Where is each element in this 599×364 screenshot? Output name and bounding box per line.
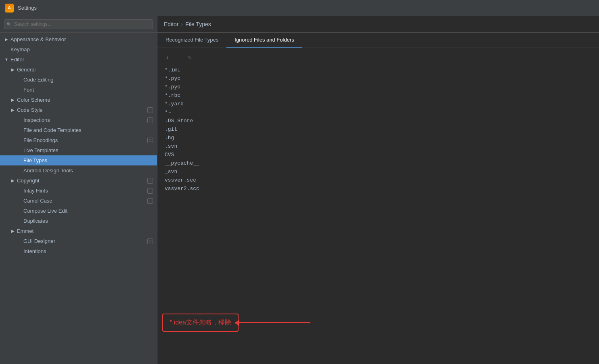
badge-copyright: □ xyxy=(147,178,153,184)
sidebar-label-font: Font xyxy=(23,87,34,93)
sidebar-label-inspections: Inspections xyxy=(23,117,50,123)
sidebar-label-code-editing: Code Editing xyxy=(23,77,53,83)
badge-file-encodings: □ xyxy=(147,138,153,143)
file-list-item[interactable]: *.rbc xyxy=(162,91,594,100)
sidebar-item-emmet[interactable]: Emmet xyxy=(0,226,157,236)
badge-gui-designer: □ xyxy=(147,238,153,244)
badge-inlay-hints: □ xyxy=(147,188,153,194)
sidebar-label-code-style: Code Style xyxy=(17,107,43,113)
chevron-editor xyxy=(4,57,9,62)
file-list-item[interactable]: *.pyc xyxy=(162,74,594,83)
sidebar-item-editor[interactable]: Editor xyxy=(0,54,157,65)
tab-ignored[interactable]: Ignored Files and Folders xyxy=(226,33,302,48)
sidebar-item-compose-live-edit[interactable]: Compose Live Edit xyxy=(0,206,157,216)
file-list-item[interactable]: *.yarb xyxy=(162,100,594,108)
sidebar-item-file-encodings[interactable]: File Encodings□ xyxy=(0,135,157,145)
sidebar-item-file-code-templates[interactable]: File and Code Templates xyxy=(0,125,157,135)
sidebar-label-intentions: Intentions xyxy=(23,248,46,254)
sidebar-item-intentions[interactable]: Intentions xyxy=(0,246,157,256)
sidebar-label-duplicates: Duplicates xyxy=(23,218,48,224)
file-list-item[interactable]: __pycache__ xyxy=(162,159,594,167)
badge-inspections: □ xyxy=(147,117,153,123)
sidebar-label-file-types: File Types xyxy=(23,157,47,163)
sidebar-label-file-encodings: File Encodings xyxy=(23,137,58,143)
file-list-item[interactable]: vssver2.scc xyxy=(162,184,594,193)
search-box[interactable] xyxy=(0,16,157,33)
sidebar-tree[interactable]: Appearance & BehaviorKeymapEditorGeneral… xyxy=(0,33,157,364)
sidebar-item-file-types[interactable]: File Types xyxy=(0,155,157,165)
file-list-item[interactable]: *.iml xyxy=(162,66,594,74)
sidebar-label-color-scheme: Color Scheme xyxy=(17,97,50,103)
file-list-item[interactable]: *.pyo xyxy=(162,83,594,91)
sidebar-item-inlay-hints[interactable]: Inlay Hints□ xyxy=(0,186,157,196)
sidebar-label-copyright: Copyright xyxy=(17,178,40,184)
sidebar-item-font[interactable]: Font xyxy=(0,85,157,95)
sidebar-label-inlay-hints: Inlay Hints xyxy=(23,188,48,194)
sidebar-label-gui-designer: GUI Designer xyxy=(23,238,55,244)
sidebar-item-color-scheme[interactable]: Color Scheme xyxy=(0,95,157,105)
sidebar-item-keymap[interactable]: Keymap xyxy=(0,44,157,54)
chevron-appearance xyxy=(4,37,9,42)
sidebar-item-inspections[interactable]: Inspections□ xyxy=(0,115,157,125)
sidebar-label-emmet: Emmet xyxy=(17,228,34,234)
file-list-item[interactable]: .hg xyxy=(162,134,594,142)
file-list: *.iml*.pyc*.pyo*.rbc*.yarb*~.DS_Store.gi… xyxy=(162,66,594,193)
sidebar-item-code-style[interactable]: Code Style□ xyxy=(0,105,157,115)
sidebar-label-camel-case: Camel Case xyxy=(23,198,52,204)
annotation-box: *.idea文件忽略，移除 xyxy=(162,314,239,332)
badge-code-style: □ xyxy=(147,107,153,113)
breadcrumb-current: File Types xyxy=(185,21,211,27)
badge-camel-case: □ xyxy=(147,198,153,204)
sidebar-item-duplicates[interactable]: Duplicates xyxy=(0,216,157,226)
title-bar: A Settings xyxy=(0,0,599,16)
sidebar-label-keymap: Keymap xyxy=(10,46,30,52)
search-input[interactable] xyxy=(4,19,153,29)
breadcrumb-parent: Editor xyxy=(164,21,179,27)
sidebar: Appearance & BehaviorKeymapEditorGeneral… xyxy=(0,16,157,364)
main-layout: Appearance & BehaviorKeymapEditorGeneral… xyxy=(0,16,599,364)
sidebar-item-live-templates[interactable]: Live Templates xyxy=(0,145,157,155)
file-list-item[interactable]: vssver.scc xyxy=(162,176,594,184)
sidebar-label-compose-live-edit: Compose Live Edit xyxy=(23,208,67,214)
tabs: Recognized File TypesIgnored Files and F… xyxy=(157,33,599,48)
remove-button[interactable]: − xyxy=(174,53,183,63)
sidebar-item-android-design-tools[interactable]: Android Design Tools xyxy=(0,165,157,176)
sidebar-label-file-code-templates: File and Code Templates xyxy=(23,127,82,133)
breadcrumb-sep: › xyxy=(181,21,183,27)
sidebar-label-live-templates: Live Templates xyxy=(23,147,58,153)
file-list-item[interactable]: *~ xyxy=(162,108,594,117)
file-list-item[interactable]: CVS xyxy=(162,151,594,159)
sidebar-label-appearance: Appearance & Behavior xyxy=(10,36,66,42)
chevron-emmet xyxy=(10,229,15,234)
file-list-item[interactable]: .svn xyxy=(162,142,594,151)
content-area: Editor › File Types Recognized File Type… xyxy=(157,16,599,364)
arrow-line xyxy=(238,322,310,323)
breadcrumb: Editor › File Types xyxy=(157,16,599,33)
app-icon: A xyxy=(5,4,14,13)
file-list-item[interactable]: _svn xyxy=(162,167,594,176)
annotation-arrow xyxy=(238,322,310,323)
sidebar-label-editor: Editor xyxy=(10,56,24,63)
annotation-container: *.idea文件忽略，移除 xyxy=(162,314,310,332)
content-panel: + − ✎ *.iml*.pyc*.pyo*.rbc*.yarb*~.DS_St… xyxy=(157,48,599,364)
chevron-color-scheme xyxy=(10,98,15,103)
file-list-item[interactable]: .git xyxy=(162,125,594,134)
chevron-general xyxy=(10,67,15,72)
sidebar-item-code-editing[interactable]: Code Editing xyxy=(0,75,157,85)
sidebar-item-general[interactable]: General xyxy=(0,65,157,75)
add-button[interactable]: + xyxy=(162,53,172,63)
chevron-copyright xyxy=(10,178,15,183)
sidebar-item-appearance[interactable]: Appearance & Behavior xyxy=(0,34,157,44)
tab-recognized[interactable]: Recognized File Types xyxy=(157,33,226,48)
window-title: Settings xyxy=(18,5,37,11)
sidebar-item-camel-case[interactable]: Camel Case□ xyxy=(0,196,157,206)
sidebar-item-gui-designer[interactable]: GUI Designer□ xyxy=(0,236,157,246)
toolbar: + − ✎ xyxy=(162,53,594,63)
sidebar-item-copyright[interactable]: Copyright□ xyxy=(0,176,157,186)
sidebar-label-general: General xyxy=(17,67,36,73)
edit-button[interactable]: ✎ xyxy=(185,53,195,63)
sidebar-label-android-design-tools: Android Design Tools xyxy=(23,167,73,174)
chevron-code-style xyxy=(10,108,15,113)
file-list-item[interactable]: .DS_Store xyxy=(162,117,594,125)
